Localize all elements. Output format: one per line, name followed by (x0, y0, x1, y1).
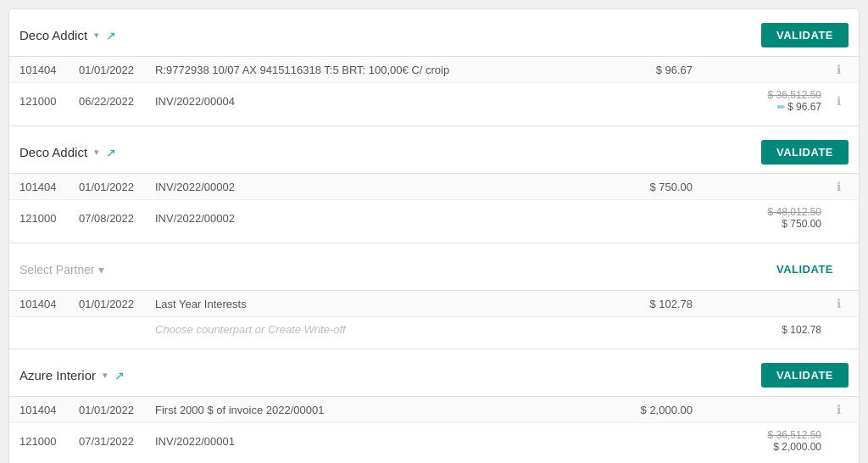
transaction-description: First 2000 $ of invoice 2022/00001 (155, 404, 608, 416)
partner-section: Azure Interior▾↗ (19, 368, 125, 382)
table-row: Choose counterpart or Create Write-off$ … (9, 317, 859, 342)
reconcile-table: 10140401/01/2022INV/2022/00002$ 750.00ℹ1… (9, 173, 859, 236)
reconcile-group-1: Deco Addict▾↗VALIDATE10140401/01/2022R:9… (9, 9, 859, 126)
group-header: Deco Addict▾↗VALIDATE (9, 18, 859, 56)
balance-cell: $ 48,012.50$ 750.00 (693, 206, 828, 230)
table-row: 12100007/08/2022INV/2022/00002$ 48,012.5… (9, 200, 859, 236)
table-row: 12100006/22/2022INV/2022/00004$ 36,512.5… (9, 83, 859, 119)
balance-cell: $ 36,512.50$ 2,000.00 (693, 429, 828, 453)
validate-button[interactable]: VALIDATE (761, 363, 849, 388)
transaction-description[interactable]: Choose counterpart or Create Write-off (155, 323, 608, 336)
transaction-amount: $ 102.78 (608, 298, 693, 310)
account-code: 121000 (19, 212, 79, 225)
partner-name: Azure Interior (19, 368, 96, 382)
transaction-description: INV/2022/00001 (155, 435, 608, 448)
info-cell: ℹ (828, 180, 849, 193)
transaction-date: 01/01/2022 (79, 404, 155, 416)
partner-select[interactable]: Select Partner ▾ (19, 263, 104, 276)
reconcile-table: 10140401/01/2022Last Year Interests$ 102… (9, 290, 859, 342)
validate-button[interactable]: VALIDATE (761, 23, 849, 47)
account-code: 101404 (19, 64, 79, 76)
info-cell: ℹ (828, 94, 849, 108)
transaction-amount: $ 96.67 (608, 64, 693, 76)
info-icon[interactable]: ℹ (837, 63, 841, 76)
transaction-description: INV/2022/00002 (155, 212, 608, 225)
transaction-amount: $ 2,000.00 (608, 404, 693, 416)
partner-dropdown-arrow[interactable]: ▾ (103, 370, 108, 381)
balance-bottom: $ 2,000.00 (773, 441, 821, 453)
transaction-description: INV/2022/00002 (155, 181, 608, 193)
transaction-amount: $ 750.00 (608, 181, 693, 193)
account-code: 121000 (19, 95, 79, 108)
balance-cell: $ 102.78 (693, 324, 828, 336)
group-header: Select Partner ▾VALIDATE (9, 252, 859, 290)
pencil-icon: ✏ (777, 102, 785, 112)
table-row: 12100007/31/2022INV/2022/00001$ 36,512.5… (9, 423, 859, 459)
info-cell: ℹ (828, 63, 849, 76)
balance-bottom: ✏ $ 96.67 (777, 101, 821, 113)
account-code: 101404 (19, 181, 79, 193)
transaction-date: 01/01/2022 (79, 64, 155, 76)
group-header: Deco Addict▾↗VALIDATE (9, 135, 859, 173)
partner-section: Deco Addict▾↗ (19, 145, 116, 159)
info-icon[interactable]: ℹ (837, 94, 841, 108)
info-icon[interactable]: ℹ (837, 297, 841, 310)
validate-button[interactable]: VALIDATE (761, 257, 849, 282)
transaction-description: Last Year Interests (155, 298, 608, 310)
validate-button[interactable]: VALIDATE (761, 140, 849, 165)
balance-top: $ 36,512.50 (768, 429, 821, 441)
reconcile-table: 10140401/01/2022R:9772938 10/07 AX 94151… (9, 56, 859, 119)
balance-bottom: $ 750.00 (782, 218, 821, 230)
table-row: 10140401/01/2022INV/2022/00002$ 750.00ℹ (9, 174, 859, 200)
partner-dropdown-arrow[interactable]: ▾ (94, 147, 99, 158)
partner-name: Deco Addict (19, 145, 87, 159)
transaction-date: 01/01/2022 (79, 298, 155, 310)
table-row: 10140401/01/2022First 2000 $ of invoice … (9, 397, 859, 423)
external-link-icon[interactable]: ↗ (106, 146, 116, 159)
reconcile-table: 10140401/01/2022First 2000 $ of invoice … (9, 396, 859, 459)
partner-section: Deco Addict▾↗ (19, 28, 116, 42)
partner-name: Deco Addict (19, 28, 87, 42)
transaction-description: INV/2022/00004 (155, 95, 608, 108)
balance-cell: $ 36,512.50✏ $ 96.67 (693, 89, 828, 113)
reconcile-container: Deco Addict▾↗VALIDATE10140401/01/2022R:9… (8, 8, 860, 463)
external-link-icon[interactable]: ↗ (106, 29, 116, 42)
info-cell: ℹ (828, 297, 849, 310)
reconcile-group-2: Deco Addict▾↗VALIDATE10140401/01/2022INV… (9, 126, 859, 243)
account-code: 101404 (19, 298, 79, 310)
external-link-icon[interactable]: ↗ (114, 369, 125, 382)
transaction-description: R:9772938 10/07 AX 9415116318 T:5 BRT: 1… (155, 64, 608, 76)
transaction-date: 07/31/2022 (79, 435, 155, 448)
balance-top: $ 36,512.50 (768, 89, 821, 101)
group-header: Azure Interior▾↗VALIDATE (9, 358, 859, 396)
reconcile-group-4: Azure Interior▾↗VALIDATE10140401/01/2022… (9, 349, 859, 459)
transaction-date: 06/22/2022 (79, 95, 155, 108)
account-code: 121000 (19, 435, 79, 448)
balance-bottom: $ 102.78 (782, 324, 821, 336)
info-icon[interactable]: ℹ (837, 180, 841, 193)
balance-top: $ 48,012.50 (768, 206, 821, 218)
partner-dropdown-arrow[interactable]: ▾ (94, 30, 99, 41)
transaction-date: 07/08/2022 (79, 212, 155, 225)
account-code: 101404 (19, 404, 79, 416)
info-cell: ℹ (828, 403, 849, 416)
partner-section: Select Partner ▾ (19, 263, 104, 276)
table-row: 10140401/01/2022R:9772938 10/07 AX 94151… (9, 57, 859, 83)
counterpart-placeholder[interactable]: Choose counterpart or Create Write-off (155, 323, 346, 336)
transaction-date: 01/01/2022 (79, 181, 155, 193)
reconcile-group-3: Select Partner ▾VALIDATE10140401/01/2022… (9, 243, 859, 349)
info-icon[interactable]: ℹ (837, 403, 841, 416)
table-row: 10140401/01/2022Last Year Interests$ 102… (9, 291, 859, 317)
